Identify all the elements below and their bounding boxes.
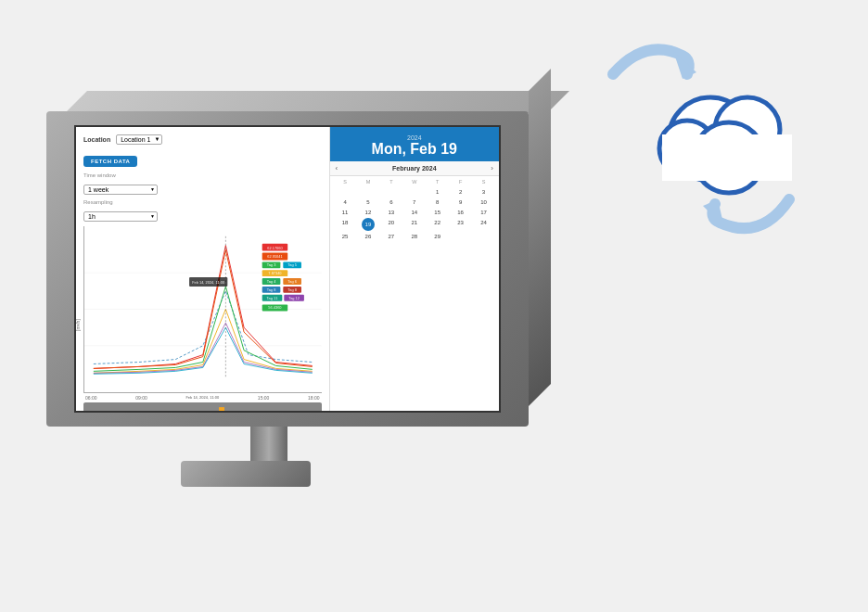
- day-header-f: F: [449, 178, 472, 185]
- chart-svg: 62.17060 62.95041 Tag 3 Tag 5 7.87340: [84, 226, 322, 392]
- location-label: Location: [83, 136, 110, 143]
- cal-day-15[interactable]: 15: [426, 208, 449, 217]
- time-label-4: 18:00: [308, 395, 320, 401]
- cal-day-20[interactable]: 20: [379, 218, 402, 231]
- svg-text:7.87340: 7.87340: [268, 271, 282, 275]
- dropdown-arrow-icon: ▼: [155, 136, 160, 142]
- right-panel: 2024 Mon, Feb 19 ‹ February 2024 › S: [330, 127, 499, 411]
- cal-day-19-today[interactable]: 19: [362, 218, 375, 231]
- calendar-nav: ‹ February 2024 ›: [330, 161, 499, 176]
- location-row: Location Location 1 ▼: [83, 134, 322, 145]
- svg-text:62.95041: 62.95041: [267, 254, 282, 259]
- time-window-dropdown[interactable]: 1 week ▼: [83, 185, 158, 195]
- svg-text:Tag 12: Tag 12: [288, 296, 300, 300]
- svg-text:Tag 4: Tag 4: [267, 279, 276, 284]
- week-4: 18 19 20 21 22 23 24: [334, 218, 495, 231]
- time-window-label: Time window: [83, 172, 322, 178]
- cal-day-empty: [379, 187, 402, 197]
- cal-day-7[interactable]: 7: [402, 198, 426, 207]
- cal-day-6[interactable]: 6: [379, 198, 402, 207]
- cal-day-3[interactable]: 3: [472, 187, 495, 197]
- cal-day-5[interactable]: 5: [357, 198, 380, 207]
- cal-day-21[interactable]: 21: [402, 218, 426, 231]
- cal-day-26[interactable]: 26: [357, 232, 380, 241]
- cal-day-10[interactable]: 10: [472, 198, 495, 207]
- svg-rect-32: [219, 407, 224, 413]
- time-window-group: Time window 1 week ▼: [83, 172, 322, 196]
- resampling-label: Resampling: [83, 199, 322, 205]
- svg-text:Feb 14, 2024, 11:00: Feb 14, 2024, 11:00: [192, 280, 225, 285]
- cal-day-22[interactable]: 22: [426, 218, 449, 231]
- next-month-button[interactable]: ›: [491, 164, 493, 172]
- monitor-top-face: [65, 91, 569, 113]
- time-label-2: 09:00: [135, 395, 147, 401]
- resampling-dropdown[interactable]: 1h ▼: [83, 211, 158, 222]
- cal-day-empty: [472, 232, 495, 241]
- calendar-year: 2024: [334, 134, 495, 141]
- day-headers: S M T W T F S: [334, 178, 495, 185]
- svg-text:Tag 8: Tag 8: [267, 287, 276, 292]
- mini-chart-svg: [83, 402, 322, 413]
- cal-day-16[interactable]: 16: [449, 208, 472, 217]
- svg-text:62.17060: 62.17060: [267, 246, 283, 250]
- cal-day-17[interactable]: 17: [472, 208, 495, 217]
- time-label-3: 15:00: [258, 395, 270, 401]
- time-label-tooltip: Feb 14, 2024, 11:00: [185, 395, 219, 401]
- cal-day-24[interactable]: 24: [472, 218, 495, 231]
- chart-area: 62.17060 62.95041 Tag 3 Tag 5 7.87340: [83, 226, 322, 393]
- calendar-header: 2024 Mon, Feb 19: [330, 127, 499, 161]
- cloud-sync-section: [525, 28, 822, 287]
- cal-day-27[interactable]: 27: [379, 232, 402, 241]
- svg-text:Tag 8: Tag 8: [287, 287, 297, 292]
- cal-day-18[interactable]: 18: [334, 218, 357, 231]
- cal-day-2[interactable]: 2: [449, 187, 472, 197]
- location-dropdown[interactable]: Location 1 ▼: [116, 134, 162, 145]
- svg-text:Tag 6: Tag 6: [287, 279, 297, 284]
- monitor-body: Location Location 1 ▼ FETCH DATA Time wi…: [46, 111, 529, 427]
- monitor-screen: Location Location 1 ▼ FETCH DATA Time wi…: [74, 125, 501, 413]
- cal-day-23[interactable]: 23: [449, 218, 472, 231]
- location-value: Location 1: [121, 136, 150, 143]
- cal-day-empty: [334, 187, 357, 197]
- cloud-icon: [659, 97, 792, 193]
- cal-day-empty: [357, 187, 380, 197]
- week-1: 1 2 3: [334, 187, 495, 197]
- calendar-grid: S M T W T F S: [330, 176, 499, 244]
- week-5: 25 26 27 28 29: [334, 232, 495, 241]
- screen-content: Location Location 1 ▼ FETCH DATA Time wi…: [76, 127, 499, 411]
- cal-day-9[interactable]: 9: [449, 198, 472, 207]
- prev-month-button[interactable]: ‹: [336, 164, 338, 172]
- cal-day-8[interactable]: 8: [426, 198, 449, 207]
- cal-day-12[interactable]: 12: [357, 208, 380, 217]
- time-labels: 06:00 09:00 Feb 14, 2024, 11:00 15:00 18…: [83, 395, 322, 401]
- cal-day-13[interactable]: 13: [379, 208, 402, 217]
- sync-arrow-bottom-icon: [703, 199, 789, 228]
- fetch-data-button[interactable]: FETCH DATA: [83, 156, 137, 167]
- dropdown-arrow-icon: ▼: [150, 213, 155, 219]
- mini-chart: [83, 402, 322, 413]
- svg-text:Tag 3: Tag 3: [267, 262, 276, 267]
- cal-day-11[interactable]: 11: [334, 208, 357, 217]
- fetch-btn-row: FETCH DATA: [83, 150, 322, 167]
- cal-day-1[interactable]: 1: [426, 187, 449, 197]
- week-2: 4 5 6 7 8 9 10: [334, 198, 495, 207]
- time-label-1: 06:00: [85, 395, 97, 401]
- svg-rect-30: [83, 403, 322, 413]
- cal-day-14[interactable]: 14: [402, 208, 426, 217]
- resampling-value: 1h: [88, 213, 96, 220]
- cal-day-28[interactable]: 28: [402, 232, 426, 241]
- svg-text:Tag 5: Tag 5: [287, 262, 297, 267]
- calendar-date: Mon, Feb 19: [334, 141, 495, 158]
- month-label: February 2024: [392, 165, 436, 172]
- cal-day-25[interactable]: 25: [334, 232, 357, 241]
- cal-day-29[interactable]: 29: [426, 232, 449, 241]
- cal-day-empty: [449, 232, 472, 241]
- cloud-sync-svg: [525, 28, 822, 287]
- monitor: Location Location 1 ▼ FETCH DATA Time wi…: [28, 111, 566, 510]
- monitor-stand-base: [181, 461, 311, 487]
- y-axis-label: [m³/h]: [75, 319, 81, 331]
- dropdown-arrow-icon: ▼: [150, 186, 155, 192]
- day-header-w: W: [402, 178, 426, 185]
- cal-day-4[interactable]: 4: [334, 198, 357, 207]
- cal-day-empty: [402, 187, 426, 197]
